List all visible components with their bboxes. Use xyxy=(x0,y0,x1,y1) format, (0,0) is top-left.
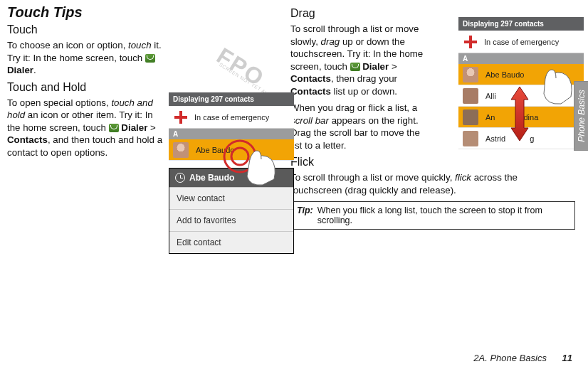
text: When you drag or flick a list, a xyxy=(290,102,417,113)
plus-icon xyxy=(173,109,189,125)
footer-section: 2A. Phone Basics xyxy=(473,353,547,363)
tip-box: Tip: When you flick a long list, touch t… xyxy=(290,201,575,230)
text: , then drag your xyxy=(331,73,397,84)
page-footer: 2A. Phone Basics 11 xyxy=(473,353,572,363)
text-em: scroll bar xyxy=(290,115,329,126)
text: To open special options, xyxy=(7,97,111,108)
card-header: Displaying 297 contacts xyxy=(169,92,294,106)
text-em: drag xyxy=(321,36,340,47)
text-em: touch xyxy=(128,40,152,50)
subhead-touch: Touch xyxy=(7,23,282,36)
phone-icon xyxy=(350,63,360,71)
drag-body: To scroll through a list or move slowly,… xyxy=(290,23,433,97)
text: > xyxy=(389,61,397,72)
side-tab-label: Phone Basics xyxy=(577,90,587,141)
touch-hold-gesture-icon xyxy=(221,138,285,188)
letter-divider: A xyxy=(458,53,584,64)
footer-page-number: 11 xyxy=(562,353,572,363)
tip-text: When you flick a long list, touch the sc… xyxy=(317,205,569,225)
dialer-label: Dialer xyxy=(7,65,33,75)
dialer-label: Dialer xyxy=(362,61,389,72)
clock-icon xyxy=(175,173,185,183)
dialer-label: Dialer xyxy=(121,122,147,133)
svg-point-1 xyxy=(231,148,248,165)
text: To scroll through a list or move quickly… xyxy=(290,172,455,183)
contacts-label: Contacts xyxy=(290,73,331,84)
emergency-label: In case of emergency xyxy=(194,113,269,122)
touch-body: To choose an icon or option, touch it. T… xyxy=(7,39,166,77)
section-heading: Touch Tips xyxy=(7,4,282,21)
side-tab: Phone Basics xyxy=(574,81,588,151)
text: > xyxy=(147,122,155,133)
contacts-screenshot-2: Displaying 297 contacts In case of emerg… xyxy=(458,17,584,149)
contacts-label: Contacts xyxy=(7,134,48,145)
emergency-row[interactable]: In case of emergency xyxy=(458,31,584,53)
contacts-screenshot-1: Displaying 297 contacts In case of emerg… xyxy=(169,92,294,161)
contact-name: Alli xyxy=(485,92,496,100)
contact-name: An xyxy=(485,113,495,122)
avatar xyxy=(463,109,478,125)
tip-label: Tip: xyxy=(297,205,313,225)
drag-arrow-icon xyxy=(505,82,534,148)
menu-item-view[interactable]: View contact xyxy=(169,187,293,209)
text: To choose an icon or option, xyxy=(7,40,128,50)
subhead-flick: Flick xyxy=(290,156,575,169)
emergency-label: In case of emergency xyxy=(484,38,559,46)
avatar xyxy=(463,131,478,146)
text-em: flick xyxy=(455,172,471,183)
contact-name: Abe Baudo xyxy=(485,70,524,79)
subhead-touch-hold: Touch and Hold xyxy=(7,81,282,94)
avatar xyxy=(463,88,478,104)
plus-icon xyxy=(463,34,478,50)
contact-name: Astrid xyxy=(485,134,505,143)
menu-item-favorite[interactable]: Add to favorites xyxy=(169,209,293,231)
emergency-row[interactable]: In case of emergency xyxy=(169,106,294,129)
phone-icon xyxy=(145,54,155,63)
scrollbar-body: When you drag or flick a list, a scroll … xyxy=(290,102,433,151)
text: . xyxy=(33,65,36,75)
avatar xyxy=(173,142,189,158)
avatar xyxy=(463,67,478,82)
menu-item-edit[interactable]: Edit contact xyxy=(169,231,293,253)
hold-body: To open special options, touch and hold … xyxy=(7,97,166,159)
phone-icon xyxy=(109,124,119,132)
text: list up or down. xyxy=(331,86,397,97)
contacts-label: Contacts xyxy=(290,86,331,97)
card-header: Displaying 297 contacts xyxy=(458,17,584,31)
flick-body: To scroll through a list or move quickly… xyxy=(290,171,567,196)
